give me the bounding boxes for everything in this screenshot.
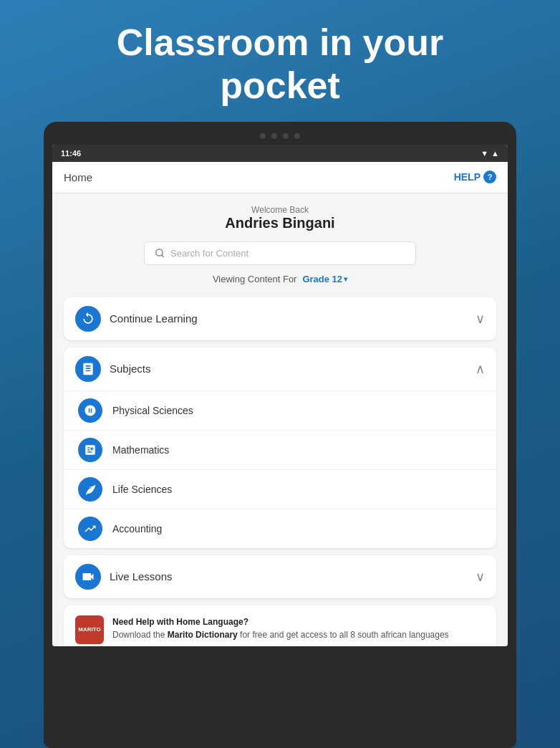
welcome-section: Welcome Back Andries Bingani <box>64 205 496 231</box>
viewing-content-row: Viewing Content For Grade 12 ▾ <box>64 274 496 284</box>
chart-icon <box>84 522 97 535</box>
live-lessons-header[interactable]: Live Lessons ∨ <box>64 555 496 598</box>
subjects-label: Subjects <box>110 363 475 375</box>
help-label: HELP <box>454 171 481 183</box>
life-sciences-name: Life Sciences <box>112 484 172 495</box>
subject-item-mathematics[interactable]: Mathematics <box>64 430 496 469</box>
grade-value: Grade 12 <box>302 274 342 284</box>
book-icon <box>81 362 95 376</box>
accounting-name: Accounting <box>112 523 162 534</box>
svg-line-1 <box>162 255 164 257</box>
camera-dot3 <box>294 133 300 139</box>
viewing-label: Viewing Content For <box>213 274 297 284</box>
marito-banner: MARITO Need Help with Home Language? Dow… <box>64 605 496 646</box>
marito-logo-text: MARITO <box>78 626 100 633</box>
math-icon <box>84 443 97 456</box>
mathematics-name: Mathematics <box>112 444 169 456</box>
search-icon <box>155 248 165 258</box>
live-lessons-label: Live Lessons <box>110 570 475 582</box>
app-bar: Home HELP ? <box>52 162 508 193</box>
refresh-icon <box>81 312 95 326</box>
wifi-icon: ▼ <box>481 149 488 158</box>
help-button[interactable]: HELP ? <box>454 171 496 183</box>
marito-desc1: Download the <box>112 630 168 640</box>
subject-item-life-sciences[interactable]: Life Sciences <box>64 469 496 509</box>
marito-dict-name: Marito Dictionary <box>168 630 238 640</box>
tablet-frame: 11:46 ▼ ▲ Home HELP ? Welcome Back Andri… <box>44 122 516 748</box>
life-sciences-icon <box>78 477 102 502</box>
subject-item-accounting[interactable]: Accounting <box>64 509 496 548</box>
hero-line2: pocket <box>220 64 340 106</box>
hero-text: Classroom in your pocket <box>0 0 560 122</box>
welcome-back-text: Welcome Back <box>64 205 496 215</box>
signal-icon: ▲ <box>491 149 499 158</box>
grade-dropdown-arrow-icon: ▾ <box>344 275 347 283</box>
camera-lens <box>283 133 289 139</box>
video-icon <box>81 570 95 584</box>
subject-item-physical-sciences[interactable]: Physical Sciences <box>64 390 496 430</box>
atom-icon <box>84 404 97 417</box>
tablet-screen: 11:46 ▼ ▲ Home HELP ? Welcome Back Andri… <box>52 145 508 646</box>
need-help-text: Need Help with Home Language? <box>112 617 248 627</box>
status-time: 11:46 <box>61 149 81 158</box>
status-icons: ▼ ▲ <box>481 149 499 158</box>
subjects-header[interactable]: Subjects ∧ <box>64 347 496 390</box>
continue-learning-icon <box>75 306 101 332</box>
mathematics-icon <box>78 438 102 462</box>
marito-description: Need Help with Home Language? Download t… <box>112 615 449 641</box>
search-bar[interactable]: Search for Content <box>144 241 416 265</box>
content-area: Welcome Back Andries Bingani Search for … <box>52 193 508 646</box>
accounting-icon <box>78 517 102 541</box>
tablet-top-bar <box>52 130 508 145</box>
continue-learning-card: Continue Learning ∨ <box>64 297 496 340</box>
camera-dot2 <box>271 133 277 139</box>
live-lessons-icon <box>75 564 101 590</box>
subjects-card: Subjects ∧ Physical Sciences <box>64 347 496 548</box>
subjects-chevron-icon: ∧ <box>475 361 485 377</box>
search-placeholder: Search for Content <box>170 248 248 259</box>
hero-line1: Classroom in your <box>117 21 444 63</box>
marito-row: MARITO Need Help with Home Language? Dow… <box>75 615 449 644</box>
physical-sciences-name: Physical Sciences <box>112 405 193 416</box>
subjects-icon <box>75 356 101 382</box>
user-name: Andries Bingani <box>64 215 496 231</box>
continue-learning-label: Continue Learning <box>110 312 475 325</box>
live-lessons-card: Live Lessons ∨ <box>64 555 496 598</box>
continue-learning-chevron-icon: ∨ <box>475 311 485 327</box>
marito-desc2: for free and get access to all 8 south a… <box>238 630 449 640</box>
marito-logo: MARITO <box>75 615 104 644</box>
leaf-icon <box>84 483 97 496</box>
live-lessons-chevron-icon: ∨ <box>475 569 485 585</box>
camera-dot <box>260 133 266 139</box>
grade-selector[interactable]: Grade 12 ▾ <box>302 274 347 284</box>
continue-learning-header[interactable]: Continue Learning ∨ <box>64 297 496 340</box>
physical-sciences-icon <box>78 398 102 423</box>
app-bar-title: Home <box>64 171 92 183</box>
help-circle-icon: ? <box>483 171 496 183</box>
status-bar: 11:46 ▼ ▲ <box>52 145 508 162</box>
